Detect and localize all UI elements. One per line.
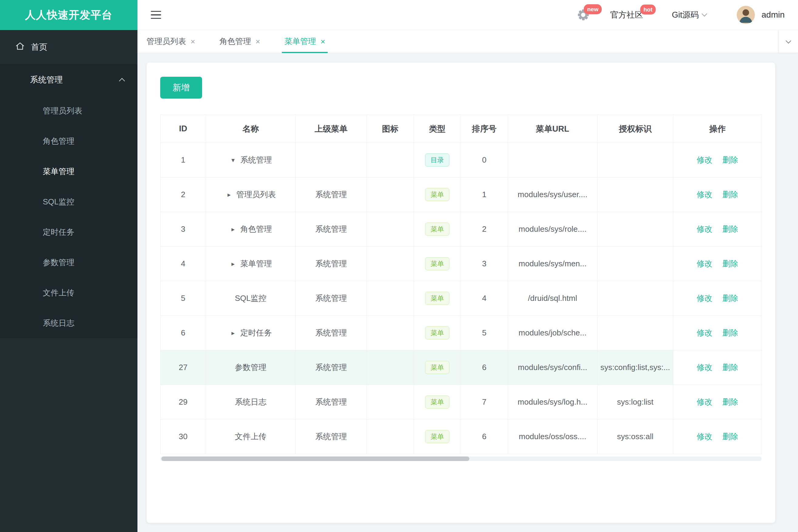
edit-link[interactable]: 修改 [697, 259, 712, 268]
cell-id: 27 [161, 350, 206, 385]
tabbar: 管理员列表 × 角色管理 × 菜单管理 × [137, 30, 798, 53]
close-icon[interactable]: × [190, 38, 195, 45]
edit-link[interactable]: 修改 [697, 363, 712, 372]
cell-order: 6 [461, 350, 508, 385]
sidebar-item-label: 管理员列表 [43, 106, 82, 116]
delete-link[interactable]: 删除 [722, 293, 738, 303]
edit-link[interactable]: 修改 [697, 397, 712, 406]
cell-id: 1 [161, 143, 206, 177]
cell-id: 30 [161, 419, 206, 454]
chevron-up-icon [119, 78, 125, 84]
sidebar-item-sql-monitor[interactable]: SQL监控 [0, 187, 137, 217]
cell-ops: 修改 删除 [673, 212, 762, 247]
delete-link[interactable]: 删除 [722, 432, 738, 441]
sidebar-item-scheduled-jobs[interactable]: 定时任务 [0, 217, 137, 247]
cell-id: 3 [161, 212, 206, 247]
delete-link[interactable]: 删除 [722, 155, 738, 165]
cell-url: modules/sys/user.... [508, 177, 597, 212]
cell-order: 5 [461, 316, 508, 350]
cell-parent [296, 143, 367, 177]
expand-arrow-icon[interactable]: ▸ [229, 226, 237, 233]
cell-type: 菜单 [414, 419, 461, 454]
type-tag: 菜单 [425, 188, 449, 201]
sidebar-item-admin-list[interactable]: 管理员列表 [0, 96, 137, 126]
menu-name: 定时任务 [240, 327, 272, 338]
brand-title: 人人快速开发平台 [0, 0, 137, 30]
cell-url: modules/sys/men... [508, 247, 597, 281]
close-icon[interactable]: × [256, 38, 260, 45]
cell-parent: 系统管理 [296, 350, 367, 385]
sidebar-item-system-log[interactable]: 系统日志 [0, 308, 137, 338]
sidebar: 人人快速开发平台 首页 系统管理 管理员列表 角色管理 菜单管理 SQL监控 定… [0, 0, 137, 532]
cell-type: 菜单 [414, 212, 461, 247]
cell-order: 0 [461, 143, 508, 177]
table-row: 6 ▸ 定时任务 系统管理 菜单 5 modules/job/sche... 修… [161, 316, 762, 350]
sidebar-item-menu-mgmt[interactable]: 菜单管理 [0, 156, 137, 187]
type-tag: 菜单 [425, 326, 449, 339]
topbar: new 官方社区 hot Git源码 admin [137, 0, 798, 30]
edit-link[interactable]: 修改 [697, 155, 712, 165]
tab-menu-mgmt[interactable]: 菜单管理 × [284, 30, 325, 53]
cell-ops: 修改 删除 [673, 143, 762, 177]
menu-table-wrap: ID 名称 上级菜单 图标 类型 排序号 菜单URL 授权标识 操作 1 [160, 115, 762, 461]
delete-link[interactable]: 删除 [722, 190, 738, 199]
cell-name: ▸ 角色管理 [206, 212, 296, 247]
tab-overflow-button[interactable] [779, 30, 798, 53]
cell-ops: 修改 删除 [673, 281, 762, 316]
cell-type: 菜单 [414, 177, 461, 212]
edit-link[interactable]: 修改 [697, 328, 712, 337]
username[interactable]: admin [762, 10, 785, 20]
avatar[interactable] [737, 6, 755, 24]
edit-link[interactable]: 修改 [697, 432, 712, 441]
expand-arrow-icon[interactable]: ▸ [225, 191, 233, 198]
new-badge: new [584, 4, 602, 14]
tab-role-mgmt[interactable]: 角色管理 × [219, 30, 260, 53]
sidebar-item-param-mgmt[interactable]: 参数管理 [0, 247, 137, 278]
type-tag: 菜单 [425, 396, 449, 408]
cell-perms: sys:config:list,sys:... [597, 350, 673, 385]
community-label: 官方社区 [610, 10, 643, 20]
horizontal-scrollbar[interactable] [160, 456, 762, 461]
collapse-arrow-icon[interactable]: ▾ [229, 156, 237, 164]
table-row: 29 系统日志 系统管理 菜单 7 modules/sys/log.h... s… [161, 385, 762, 419]
scrollbar-thumb[interactable] [162, 456, 469, 461]
col-parent: 上级菜单 [296, 115, 367, 143]
close-icon[interactable]: × [320, 38, 325, 45]
add-button[interactable]: 新增 [160, 77, 202, 99]
cell-url: modules/sys/log.h... [508, 385, 597, 419]
cell-type: 菜单 [414, 385, 461, 419]
cell-type: 目录 [414, 143, 461, 177]
tab-admin-list[interactable]: 管理员列表 × [147, 30, 195, 53]
sidebar-tree-system: 系统管理 管理员列表 角色管理 菜单管理 SQL监控 定时任务 参数管理 文件上… [0, 64, 137, 338]
cell-name: ▸ 管理员列表 [206, 177, 296, 212]
cell-name: 文件上传 [206, 419, 296, 454]
delete-link[interactable]: 删除 [722, 363, 738, 372]
cell-order: 2 [461, 212, 508, 247]
cell-icon [367, 281, 414, 316]
chevron-down-icon [702, 11, 707, 16]
cell-parent: 系统管理 [296, 385, 367, 419]
delete-link[interactable]: 删除 [722, 225, 738, 233]
hamburger-menu-icon[interactable] [151, 11, 161, 19]
edit-link[interactable]: 修改 [697, 190, 712, 199]
edit-link[interactable]: 修改 [697, 293, 712, 303]
menu-name: 角色管理 [240, 224, 272, 234]
sidebar-section-label: 系统管理 [30, 74, 63, 85]
chevron-down-icon [785, 38, 791, 43]
sidebar-item-home[interactable]: 首页 [0, 30, 137, 64]
edit-link[interactable]: 修改 [697, 225, 712, 233]
cell-parent: 系统管理 [296, 177, 367, 212]
git-source-link[interactable]: Git源码 [672, 10, 706, 20]
sidebar-item-role-mgmt[interactable]: 角色管理 [0, 126, 137, 156]
sidebar-item-label: SQL监控 [43, 196, 74, 207]
expand-arrow-icon[interactable]: ▸ [229, 260, 237, 267]
community-link[interactable]: 官方社区 hot [610, 10, 643, 20]
cell-order: 4 [461, 281, 508, 316]
settings-button[interactable]: new [577, 9, 589, 21]
expand-arrow-icon[interactable]: ▸ [229, 329, 237, 337]
delete-link[interactable]: 删除 [722, 259, 738, 268]
sidebar-item-file-upload[interactable]: 文件上传 [0, 278, 137, 308]
delete-link[interactable]: 删除 [722, 328, 738, 337]
sidebar-section-system[interactable]: 系统管理 [0, 64, 137, 96]
delete-link[interactable]: 删除 [722, 397, 738, 406]
